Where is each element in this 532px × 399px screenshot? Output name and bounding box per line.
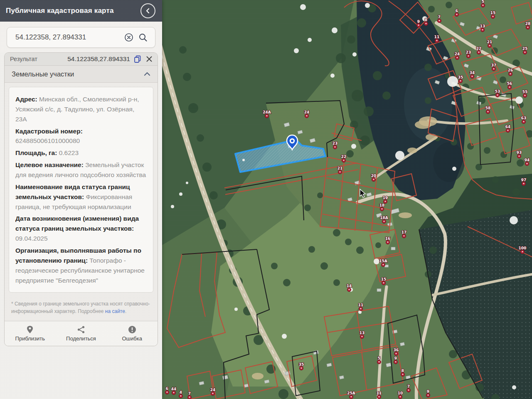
svg-text:11: 11 (358, 303, 364, 307)
map-marker[interactable]: 11 (377, 391, 382, 399)
svg-text:55: 55 (522, 90, 528, 94)
chevron-left-icon (145, 8, 151, 14)
map-marker[interactable]: 97 (521, 178, 527, 186)
svg-text:25: 25 (522, 47, 528, 51)
result-label: Результат (10, 56, 64, 62)
map-marker[interactable]: 10 (398, 391, 403, 399)
svg-text:8: 8 (425, 18, 427, 22)
svg-text:11: 11 (377, 391, 382, 395)
map-marker[interactable]: 44 (171, 387, 177, 395)
search-box (7, 27, 155, 48)
map-marker[interactable]: 21 (487, 40, 493, 48)
svg-text:8: 8 (401, 369, 404, 373)
clear-search-button[interactable] (122, 30, 136, 44)
zoom-to-button[interactable]: Приблизить (5, 321, 56, 346)
map-marker[interactable]: 18 (379, 203, 385, 211)
map-marker[interactable]: 25 (522, 47, 528, 54)
svg-text:5: 5 (482, 0, 484, 4)
search-area (0, 22, 162, 52)
map-marker[interactable]: 19 (383, 196, 388, 204)
map-marker[interactable]: 24 (455, 52, 460, 60)
map-marker[interactable]: 22 (476, 47, 482, 54)
map-marker[interactable]: 35 (458, 75, 463, 83)
svg-text:16: 16 (385, 236, 391, 241)
svg-text:21: 21 (487, 40, 493, 44)
map-marker[interactable]: 22 (341, 155, 347, 163)
map-marker[interactable]: 28 (525, 22, 531, 30)
map-marker[interactable]: 16 (385, 236, 391, 244)
map-marker[interactable]: 23 (332, 141, 338, 149)
collapse-panel-button[interactable] (140, 3, 155, 18)
map-marker[interactable]: 63 (521, 116, 527, 124)
sidebar-header: Публичная кадастровая карта (0, 0, 162, 22)
report-error-button[interactable]: Ошибка (106, 321, 158, 346)
map-marker[interactable]: 20 (371, 174, 377, 182)
map-marker[interactable]: 53 (495, 89, 500, 97)
map-viewport[interactable]: 23222120191818А24А24171615А1514111359873… (162, 0, 532, 399)
result-coordinates: 54.122358,27.894331 (67, 55, 130, 63)
map-marker[interactable]: 15 (490, 11, 496, 19)
svg-text:9: 9 (427, 389, 429, 394)
map-marker[interactable]: 24 (210, 388, 216, 396)
field-address: Адрес: Минская обл., Смолевичский р-н, У… (15, 94, 147, 124)
svg-text:9: 9 (394, 356, 397, 360)
map-marker[interactable]: 21 (337, 166, 343, 174)
map-marker[interactable]: 26 (508, 68, 513, 76)
map-marker[interactable]: 14 (347, 284, 352, 292)
parcel-details-card: Адрес: Минская обл., Смолевичский р-н, У… (9, 87, 153, 293)
result-header: Результат 54.122358,27.894331 (5, 53, 158, 66)
field-organization: Организация, выполнявшая работы по устан… (15, 246, 147, 285)
svg-text:4: 4 (180, 390, 182, 394)
map-marker[interactable]: 36 (394, 348, 399, 356)
field-cadastral-number: Кадастровый номер: 624885006101000080 (15, 126, 147, 146)
share-button[interactable]: Поделиться (56, 321, 107, 346)
svg-text:24: 24 (304, 110, 310, 114)
map-marker[interactable]: 11 (434, 35, 440, 43)
svg-text:13: 13 (360, 331, 365, 335)
app-window: Публичная кадастровая карта (0, 0, 532, 399)
map-marker[interactable]: 58 (485, 106, 491, 114)
svg-text:9: 9 (417, 20, 420, 24)
svg-text:53: 53 (495, 89, 500, 94)
map-pin-icon (26, 325, 34, 334)
map-marker[interactable]: 93 (517, 150, 522, 158)
chevron-up-icon (144, 72, 150, 76)
map-marker[interactable]: 23 (466, 50, 471, 58)
map-marker[interactable]: 94 (525, 158, 530, 166)
svg-text:19: 19 (383, 196, 388, 200)
section-land-parcels[interactable]: Земельные участки (5, 66, 158, 83)
map-marker[interactable]: 24 (304, 110, 310, 118)
svg-text:17: 17 (401, 230, 407, 234)
map-marker[interactable]: 34 (470, 71, 475, 79)
svg-text:15А: 15А (379, 259, 387, 263)
map-marker[interactable]: 37 (491, 63, 497, 71)
field-area: Площадь, га: 0.6223 (15, 148, 147, 158)
svg-text:26: 26 (508, 68, 513, 72)
circle-x-icon (124, 33, 133, 42)
svg-text:35: 35 (299, 362, 304, 367)
map-marker[interactable]: 55 (522, 90, 528, 98)
map-marker[interactable]: 11 (358, 303, 364, 311)
field-purpose: Целевое назначение: Земельный участок дл… (15, 160, 147, 180)
map-marker[interactable]: 64 (505, 125, 511, 133)
copy-coordinates-button[interactable] (133, 54, 142, 64)
svg-text:23: 23 (332, 141, 338, 145)
svg-text:5: 5 (378, 356, 380, 360)
copy-icon (134, 55, 141, 63)
close-result-button[interactable] (145, 55, 153, 63)
svg-text:7: 7 (438, 15, 441, 19)
search-submit-button[interactable] (136, 30, 150, 44)
error-icon (128, 325, 136, 334)
map-marker[interactable]: 15 (381, 277, 387, 285)
map-marker[interactable]: 13 (480, 24, 485, 32)
close-icon (146, 56, 153, 62)
site-link[interactable]: на сайте (105, 308, 125, 314)
search-input[interactable] (15, 33, 122, 42)
map-marker[interactable]: 35 (299, 362, 304, 370)
map-marker[interactable]: 17 (401, 230, 407, 238)
svg-text:35: 35 (458, 75, 463, 79)
map-marker[interactable]: 13 (360, 331, 365, 339)
svg-text:56: 56 (507, 81, 512, 86)
map-marker[interactable]: 56 (507, 81, 512, 89)
footnote: * Сведения о границе земельного участка … (5, 297, 158, 321)
